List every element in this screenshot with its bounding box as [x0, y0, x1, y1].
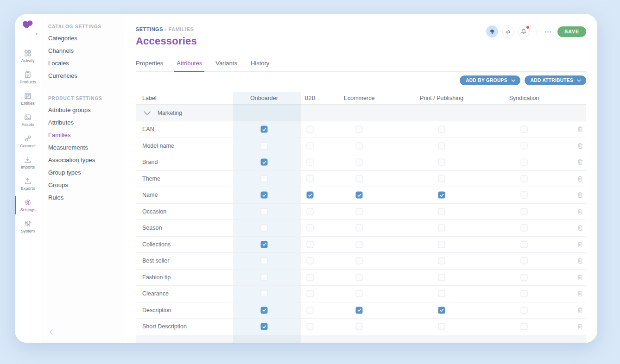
checkbox-b2b[interactable]: [307, 307, 314, 314]
checkbox-syndication[interactable]: [521, 175, 528, 182]
megaphone-button[interactable]: [502, 25, 514, 38]
checkbox-ecommerce[interactable]: [356, 274, 363, 281]
checkbox-print-publishing[interactable]: [438, 208, 445, 215]
checkbox-print-publishing[interactable]: [438, 307, 445, 314]
sidebar-item-groups[interactable]: Groups: [41, 179, 124, 191]
nav-item-activity[interactable]: Activity: [15, 45, 41, 67]
logo-caret-icon[interactable]: ▾: [36, 32, 38, 36]
delete-attribute-button[interactable]: [577, 175, 584, 182]
delete-attribute-button[interactable]: [577, 224, 584, 232]
checkbox-b2b[interactable]: [307, 175, 314, 182]
checkbox-onboarder[interactable]: [261, 241, 268, 248]
delete-attribute-button[interactable]: [577, 142, 584, 150]
delete-attribute-button[interactable]: [577, 323, 584, 330]
checkbox-b2b[interactable]: [307, 225, 314, 232]
checkbox-ecommerce[interactable]: [356, 175, 363, 182]
checkbox-onboarder[interactable]: [261, 142, 268, 149]
checkbox-ecommerce[interactable]: [356, 323, 363, 330]
delete-attribute-button[interactable]: [577, 274, 584, 281]
checkbox-b2b[interactable]: [307, 159, 314, 166]
more-options-button[interactable]: ...: [544, 27, 554, 37]
tab-history[interactable]: History: [251, 60, 269, 71]
checkbox-b2b[interactable]: [307, 126, 314, 133]
tab-attributes[interactable]: Attributes: [177, 60, 202, 71]
sidebar-item-measurements[interactable]: Measurements: [41, 141, 124, 154]
checkbox-ecommerce[interactable]: [356, 225, 363, 232]
sidebar-item-attribute-groups[interactable]: Attribute groups: [41, 104, 124, 116]
checkbox-syndication[interactable]: [521, 159, 528, 166]
checkbox-print-publishing[interactable]: [438, 257, 445, 264]
delete-attribute-button[interactable]: [577, 158, 584, 166]
checkbox-ecommerce[interactable]: [356, 257, 363, 264]
add-by-groups-button[interactable]: ADD BY GROUPS: [460, 75, 520, 85]
checkbox-print-publishing[interactable]: [438, 159, 445, 166]
sidebar-item-locales[interactable]: Locales: [41, 57, 124, 69]
sidebar-item-currencies[interactable]: Currencies: [41, 69, 124, 82]
delete-attribute-button[interactable]: [577, 191, 584, 199]
checkbox-syndication[interactable]: [521, 307, 528, 314]
checkbox-b2b[interactable]: [307, 241, 314, 248]
delete-attribute-button[interactable]: [577, 257, 584, 264]
checkbox-ecommerce[interactable]: [356, 290, 363, 297]
delete-attribute-button[interactable]: [577, 290, 584, 297]
nav-item-entities[interactable]: Entities: [15, 88, 41, 109]
checkbox-onboarder[interactable]: [261, 159, 268, 166]
checkbox-b2b[interactable]: [307, 208, 314, 215]
checkbox-print-publishing[interactable]: [438, 290, 445, 297]
save-button[interactable]: SAVE: [557, 26, 586, 37]
checkbox-b2b[interactable]: [307, 142, 314, 149]
nav-item-assets[interactable]: Assets: [15, 109, 41, 131]
checkbox-b2b[interactable]: [307, 192, 314, 199]
checkbox-print-publishing[interactable]: [438, 142, 445, 149]
checkbox-print-publishing[interactable]: [438, 192, 445, 199]
tab-variants[interactable]: Variants: [215, 60, 237, 71]
checkbox-ecommerce[interactable]: [356, 126, 363, 133]
delete-attribute-button[interactable]: [577, 208, 584, 215]
checkbox-onboarder[interactable]: [261, 307, 268, 314]
sidebar-item-categories[interactable]: Categories: [41, 32, 124, 44]
collapse-sidebar-button[interactable]: [48, 329, 54, 335]
checkbox-syndication[interactable]: [521, 323, 528, 330]
nav-item-imports[interactable]: Imports: [15, 152, 41, 173]
checkbox-onboarder[interactable]: [261, 274, 268, 281]
checkbox-ecommerce[interactable]: [356, 159, 363, 166]
delete-attribute-button[interactable]: [577, 126, 584, 133]
checkbox-onboarder[interactable]: [261, 208, 268, 215]
checkbox-ecommerce[interactable]: [356, 142, 363, 149]
checkbox-ecommerce[interactable]: [356, 241, 363, 248]
delete-attribute-button[interactable]: [577, 307, 584, 314]
checkbox-print-publishing[interactable]: [438, 126, 445, 133]
bell-button[interactable]: [518, 25, 530, 38]
checkbox-ecommerce[interactable]: [356, 208, 363, 215]
checkbox-syndication[interactable]: [521, 290, 528, 297]
delete-attribute-button[interactable]: [577, 241, 584, 248]
checkbox-b2b[interactable]: [307, 274, 314, 281]
checkbox-onboarder[interactable]: [261, 323, 268, 330]
nav-item-products[interactable]: Products: [15, 67, 41, 88]
nav-item-exports[interactable]: Exports: [15, 173, 41, 195]
checkbox-syndication[interactable]: [521, 274, 528, 281]
checkbox-syndication[interactable]: [521, 225, 528, 232]
checkbox-syndication[interactable]: [521, 257, 528, 264]
checkbox-syndication[interactable]: [521, 208, 528, 215]
sidebar-item-attributes[interactable]: Attributes: [41, 116, 124, 129]
tab-properties[interactable]: Properties: [136, 60, 163, 71]
checkbox-onboarder[interactable]: [261, 290, 268, 297]
chevron-down-icon[interactable]: [144, 111, 151, 115]
nav-item-system[interactable]: System: [15, 216, 41, 237]
checkbox-onboarder[interactable]: [261, 257, 268, 264]
checkbox-print-publishing[interactable]: [438, 241, 445, 248]
checkbox-ecommerce[interactable]: [356, 192, 363, 199]
checkbox-print-publishing[interactable]: [438, 175, 445, 182]
checkbox-onboarder[interactable]: [261, 192, 268, 199]
sidebar-item-rules[interactable]: Rules: [41, 191, 124, 204]
checkbox-onboarder[interactable]: [261, 126, 268, 133]
sidebar-item-channels[interactable]: Channels: [41, 44, 124, 57]
assistant-button[interactable]: [486, 25, 498, 38]
nav-item-connect[interactable]: Connect: [15, 131, 41, 152]
attribute-group-row[interactable]: Marketing: [136, 105, 586, 121]
checkbox-b2b[interactable]: [307, 257, 314, 264]
checkbox-print-publishing[interactable]: [438, 225, 445, 232]
breadcrumb-section[interactable]: SETTINGS: [136, 26, 163, 32]
akeneo-logo[interactable]: [21, 19, 35, 33]
